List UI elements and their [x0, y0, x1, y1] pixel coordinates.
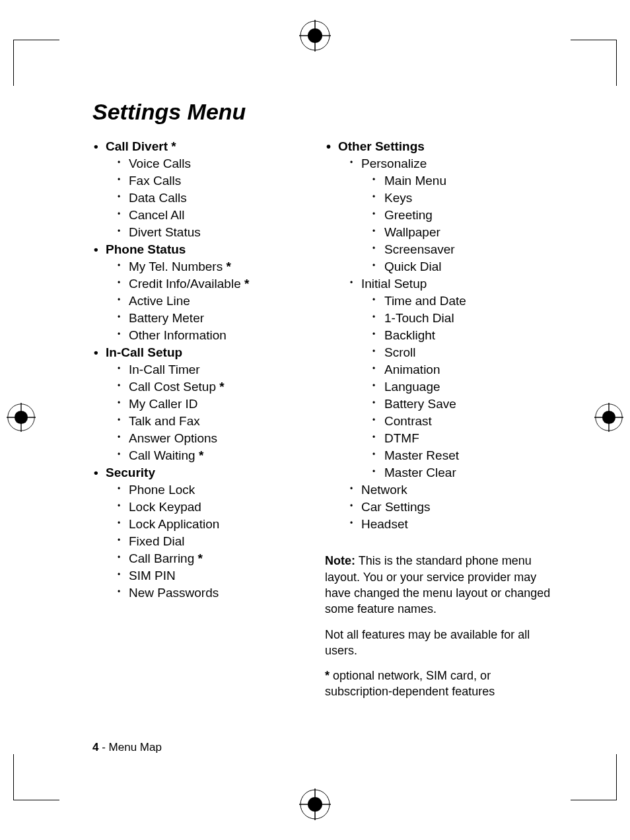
list-item: Master Clear [325, 464, 551, 481]
footer-sep: - [98, 741, 108, 753]
list-item: New Passwords [92, 584, 318, 602]
list-item: Credit Info/Available * [92, 275, 318, 293]
right-column: Other Settings Personalize Main Menu Key… [325, 138, 551, 709]
list-item: Master Reset [325, 447, 551, 464]
list-item: Cancel All [92, 207, 318, 224]
note-text: This is the standard phone menu layout. … [325, 554, 550, 615]
registration-mark-top-icon [299, 20, 331, 52]
list-item: Voice Calls [92, 155, 318, 172]
registration-mark-bottom-icon [299, 788, 331, 820]
crop-mark-icon [571, 40, 617, 86]
list-item: Call Waiting * [92, 447, 318, 464]
list-item: 1-Touch Dial [325, 310, 551, 327]
list-item: Phone Lock [92, 481, 318, 499]
note-label: Note: [325, 554, 355, 567]
list-item: Call Cost Setup * [92, 378, 318, 396]
list-item: Quick Dial [325, 258, 551, 275]
list-item: Backlight [325, 327, 551, 344]
section-call-divert: Call Divert * [92, 138, 318, 155]
list-item: Headset [325, 516, 551, 533]
section-phone-status: Phone Status [92, 241, 318, 258]
crop-mark-icon [571, 754, 617, 800]
asterisk-label: * [325, 669, 330, 682]
list-item: In-Call Timer [92, 361, 318, 378]
list-item: DTMF [325, 430, 551, 447]
subsection-initial-setup: Initial Setup [325, 275, 551, 293]
list-item: Lock Application [92, 516, 318, 533]
list-item: Scroll [325, 344, 551, 361]
list-item: Screensaver [325, 241, 551, 258]
list-item: Battery Save [325, 396, 551, 413]
list-item: Car Settings [325, 499, 551, 516]
list-item: Answer Options [92, 430, 318, 447]
section-other-settings: Other Settings [325, 138, 551, 155]
list-item: SIM PIN [92, 567, 318, 584]
list-item: Animation [325, 361, 551, 378]
list-item: Main Menu [325, 172, 551, 190]
list-item: Contrast [325, 413, 551, 430]
registration-mark-left-icon [7, 403, 36, 432]
page-footer: 4 - Menu Map [92, 741, 162, 754]
crop-mark-icon [13, 40, 59, 86]
columns: Call Divert * Voice Calls Fax Calls Data… [92, 138, 551, 709]
note-paragraph: * optional network, SIM card, or subscri… [325, 668, 551, 700]
list-item: My Tel. Numbers * [92, 258, 318, 275]
list-item: Active Line [92, 293, 318, 310]
note-paragraph: Not all features may be available for al… [325, 627, 551, 659]
list-item: Lock Keypad [92, 499, 318, 516]
page-title: Settings Menu [92, 99, 551, 125]
list-item: Talk and Fax [92, 413, 318, 430]
list-item: Keys [325, 190, 551, 207]
list-item: Data Calls [92, 190, 318, 207]
list-item: Other Information [92, 327, 318, 344]
note-paragraph: Note: This is the standard phone menu la… [325, 553, 551, 617]
subsection-personalize: Personalize [325, 155, 551, 172]
list-item: Battery Meter [92, 310, 318, 327]
list-item: Language [325, 378, 551, 396]
list-item: My Caller ID [92, 396, 318, 413]
list-item: Fixed Dial [92, 533, 318, 550]
list-item: Wallpaper [325, 224, 551, 241]
list-item: Fax Calls [92, 172, 318, 190]
list-item: Network [325, 481, 551, 499]
list-item: Divert Status [92, 224, 318, 241]
list-item: Call Barring * [92, 550, 318, 567]
note-text: optional network, SIM card, or subscript… [325, 669, 495, 698]
registration-mark-right-icon [594, 403, 623, 432]
notes-block: Note: This is the standard phone menu la… [325, 553, 551, 699]
section-in-call-setup: In-Call Setup [92, 344, 318, 361]
page-content: Settings Menu Call Divert * Voice Calls … [92, 99, 551, 754]
crop-mark-icon [13, 754, 59, 800]
section-security: Security [92, 464, 318, 481]
left-column: Call Divert * Voice Calls Fax Calls Data… [92, 138, 318, 709]
list-item: Greeting [325, 207, 551, 224]
list-item: Time and Date [325, 293, 551, 310]
section-name: Menu Map [109, 741, 162, 753]
